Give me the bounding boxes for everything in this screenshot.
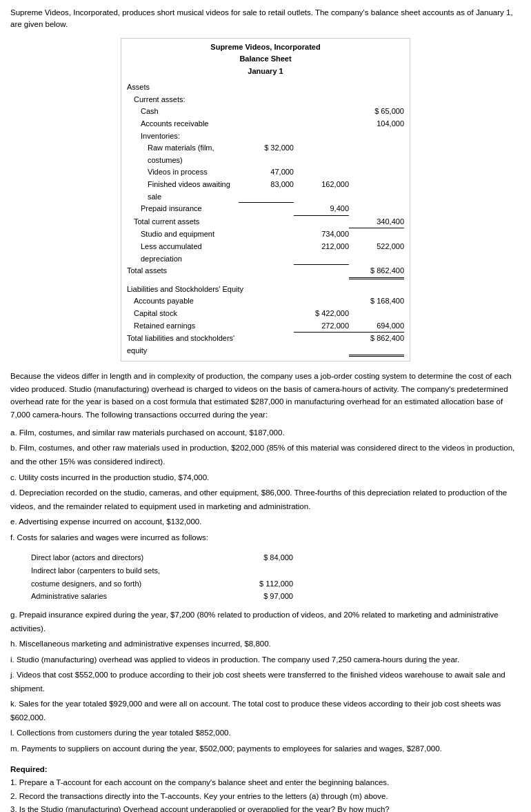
required-title: Required: <box>10 763 521 777</box>
finished-val: 83,000 <box>239 179 294 203</box>
prepaid-val: 9,400 <box>294 203 349 216</box>
required-item-2: 2. Record the transactions directly into… <box>10 790 521 804</box>
retained-val: 272,000 <box>294 320 349 333</box>
ap-label: Accounts payable <box>127 295 239 308</box>
total-equity-val: $ 862,400 <box>349 333 404 357</box>
transaction-m: m. Payments to suppliers on account duri… <box>10 742 521 756</box>
raw-label: Raw materials (film, costumes) <box>127 142 239 166</box>
assets-label: Assets <box>127 81 404 94</box>
total-assets-val: $ 862,400 <box>349 265 404 279</box>
retained-label: Retained earnings <box>127 320 239 333</box>
studio-label: Studio and equipment <box>127 228 239 241</box>
inv-total: 162,000 <box>294 179 349 203</box>
labor-row-3-val: $ 97,000 <box>238 590 293 603</box>
transaction-h: h. Miscellaneous marketing and administr… <box>10 637 521 651</box>
transaction-c: c. Utility costs incurred in the product… <box>10 471 521 485</box>
accum-dep-val: 212,000 <box>294 241 349 265</box>
labor-row-1-label: Indirect labor (carpenters to build sets… <box>31 564 238 577</box>
bs-body: Assets Current assets: Cash $ 65,000 Acc… <box>121 80 410 361</box>
transactions-list-2: g. Prepaid insurance expired during the … <box>10 608 521 755</box>
wip-label: Videos in process <box>127 166 239 179</box>
labor-row-3-label: Administrative salaries <box>31 590 238 603</box>
current-assets-label: Current assets: <box>127 94 404 106</box>
accum-dep-label: Less accumulated depreciation <box>127 241 239 265</box>
net-studio-val: 522,000 <box>349 241 404 265</box>
transaction-a: a. Film, costumes, and similar raw mater… <box>10 426 521 440</box>
labor-row-0-val: $ 84,000 <box>238 551 293 564</box>
capital-label: Capital stock <box>127 308 239 320</box>
bs-date: January 1 <box>124 66 407 78</box>
studio-val: 734,000 <box>294 228 349 241</box>
intro-text: Supreme Videos, Incorporated, produces s… <box>10 7 521 31</box>
cash-label: Cash <box>127 106 294 118</box>
transaction-b: b. Film, costumes, and other raw materia… <box>10 442 521 468</box>
balance-sheet-container: Supreme Videos, Incorporated Balance She… <box>10 38 521 362</box>
ar-val: 104,000 <box>349 118 404 130</box>
bs-company: Supreme Videos, Incorporated <box>124 41 407 54</box>
wip-val: 47,000 <box>239 166 294 179</box>
labor-row-1-val <box>238 564 293 577</box>
required-item-3: 3. Is the Studio (manufacturing) Overhea… <box>10 803 521 812</box>
labor-row-2-val: $ 112,000 <box>238 577 293 591</box>
total-current-label: Total current assets <box>127 216 239 229</box>
transaction-d: d. Depreciation recorded on the studio, … <box>10 486 521 513</box>
ar-label: Accounts receivable <box>127 118 294 130</box>
bs-title: Balance Sheet <box>124 53 407 66</box>
prepaid-label: Prepaid insurance <box>127 203 239 216</box>
liabilities-label: Liabilities and Stockholders' Equity <box>127 284 404 296</box>
retained-total: 694,000 <box>349 320 404 333</box>
transaction-i: i. Studio (manufacturing) overhead was a… <box>10 653 521 667</box>
transaction-l: l. Collections from customers during the… <box>10 726 521 740</box>
transaction-k: k. Sales for the year totaled $929,000 a… <box>10 697 521 724</box>
capital-val: $ 422,000 <box>294 308 349 320</box>
labor-row-0-label: Direct labor (actors and directors) <box>31 551 238 564</box>
finished-label: Finished videos awaiting sale <box>127 179 239 203</box>
transaction-j: j. Videos that cost $552,000 to produce … <box>10 669 521 695</box>
transaction-g: g. Prepaid insurance expired during the … <box>10 608 521 635</box>
labor-table: Direct labor (actors and directors) $ 84… <box>31 551 521 603</box>
labor-row-2-label: costume designers, and so forth) <box>31 577 238 591</box>
inventories-label: Inventories: <box>127 130 404 143</box>
required-item-1: 1. Prepare a T-account for each account … <box>10 776 521 790</box>
required-section: Required: 1. Prepare a T-account for eac… <box>10 763 521 813</box>
total-current-val: 340,400 <box>349 216 404 229</box>
balance-sheet: Supreme Videos, Incorporated Balance She… <box>121 38 410 362</box>
transaction-f: f. Costs for salaries and wages were inc… <box>10 531 521 545</box>
cash-val: $ 65,000 <box>349 106 404 118</box>
raw-val: $ 32,000 <box>239 142 294 166</box>
transactions-list: a. Film, costumes, and similar raw mater… <box>10 426 521 544</box>
section-text: Because the videos differ in length and … <box>10 370 521 421</box>
total-equity-label: Total liabilities and stockholders' equi… <box>127 333 239 357</box>
ap-val: $ 168,400 <box>349 295 404 308</box>
total-assets-label: Total assets <box>127 265 239 279</box>
transaction-e: e. Advertising expense incurred on accou… <box>10 515 521 529</box>
bs-header: Supreme Videos, Incorporated Balance She… <box>121 39 410 81</box>
